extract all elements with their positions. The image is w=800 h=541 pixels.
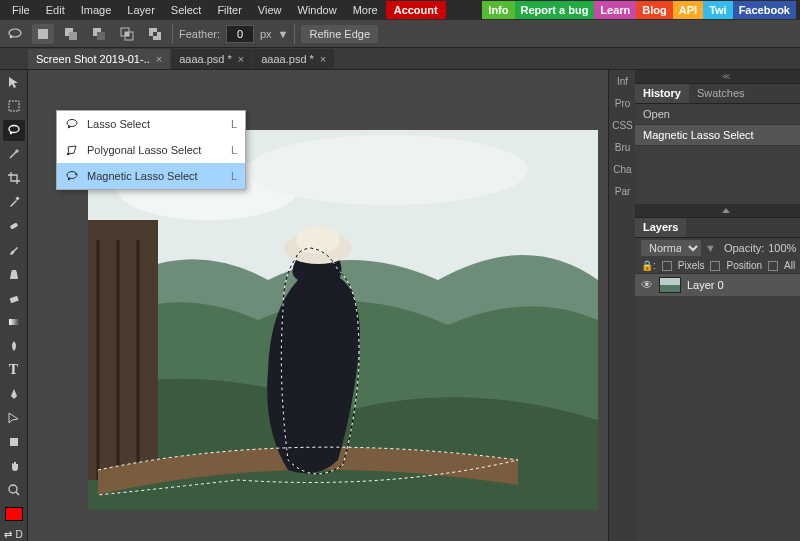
- rtab-brush[interactable]: Bru: [609, 136, 636, 158]
- svg-rect-17: [9, 223, 18, 230]
- text-tool-icon[interactable]: T: [3, 360, 25, 381]
- feather-label: Feather:: [179, 28, 220, 40]
- svg-point-25: [248, 135, 528, 205]
- svg-point-32: [67, 120, 77, 127]
- menu-file[interactable]: File: [4, 1, 38, 19]
- selection-subtract-icon[interactable]: [88, 24, 110, 44]
- foreground-color-swatch[interactable]: [3, 504, 25, 525]
- lock-all-label: All: [784, 260, 795, 271]
- flyout-item-magnetic[interactable]: Magnetic Lasso Select L: [57, 163, 245, 189]
- menu-window[interactable]: Window: [290, 1, 345, 19]
- pill-report-a-bug[interactable]: Report a bug: [515, 1, 595, 19]
- layer-thumbnail[interactable]: [659, 277, 681, 293]
- heal-tool-icon[interactable]: [3, 216, 25, 237]
- flyout-label: Lasso Select: [87, 118, 150, 130]
- menu-filter[interactable]: Filter: [209, 1, 249, 19]
- opacity-value[interactable]: 100%: [768, 242, 796, 254]
- lasso-flyout-menu: Lasso Select L Polygonal Lasso Select L …: [56, 110, 246, 190]
- menu-edit[interactable]: Edit: [38, 1, 73, 19]
- menu-view[interactable]: View: [250, 1, 290, 19]
- hand-tool-icon[interactable]: [3, 456, 25, 477]
- svg-point-14: [9, 126, 19, 133]
- clone-tool-icon[interactable]: [3, 264, 25, 285]
- svg-rect-20: [10, 438, 18, 446]
- rtab-properties[interactable]: Pro: [609, 92, 636, 114]
- refine-edge-button[interactable]: Refine Edge: [301, 25, 378, 43]
- rtab-character[interactable]: Cha: [609, 158, 636, 180]
- svg-point-37: [75, 173, 77, 175]
- menu-account[interactable]: Account: [386, 1, 446, 19]
- flyout-item-lasso[interactable]: Lasso Select L: [57, 111, 245, 137]
- flyout-shortcut: L: [231, 144, 237, 156]
- menu-select[interactable]: Select: [163, 1, 210, 19]
- selection-intersect-icon[interactable]: [116, 24, 138, 44]
- document-tab-0[interactable]: Screen Shot 2019-01-..×: [28, 49, 170, 69]
- rtab-info[interactable]: Inf: [609, 70, 636, 92]
- layer-name[interactable]: Layer 0: [687, 279, 724, 291]
- pen-tool-icon[interactable]: [3, 384, 25, 405]
- swap-colors[interactable]: ⇄ D: [3, 528, 25, 541]
- rtab-paragraph[interactable]: Par: [609, 180, 636, 202]
- close-icon[interactable]: ×: [156, 53, 162, 65]
- crop-tool-icon[interactable]: [3, 168, 25, 189]
- svg-rect-13: [9, 101, 19, 111]
- close-icon[interactable]: ×: [238, 53, 244, 65]
- path-select-tool-icon[interactable]: [3, 408, 25, 429]
- feather-input[interactable]: [226, 25, 254, 43]
- lasso-mode-icon[interactable]: [4, 24, 26, 44]
- lasso-tool-icon[interactable]: [3, 120, 25, 141]
- menu-layer[interactable]: Layer: [119, 1, 163, 19]
- pill-learn[interactable]: Learn: [594, 1, 636, 19]
- lock-position-checkbox[interactable]: [710, 261, 720, 271]
- zoom-tool-icon[interactable]: [3, 480, 25, 501]
- visibility-icon[interactable]: 👁: [641, 278, 653, 292]
- wand-tool-icon[interactable]: [3, 144, 25, 165]
- pill-blog[interactable]: Blog: [636, 1, 672, 19]
- svg-rect-12: [153, 32, 157, 36]
- swatches-tab[interactable]: Swatches: [689, 84, 753, 103]
- opacity-label: Opacity:: [724, 242, 764, 254]
- svg-rect-9: [125, 32, 129, 36]
- menu-image[interactable]: Image: [73, 1, 120, 19]
- rtab-css[interactable]: CSS: [609, 114, 636, 136]
- lock-all-checkbox[interactable]: [768, 261, 778, 271]
- feather-dropdown-icon[interactable]: ▼: [278, 28, 289, 40]
- document-tab-2[interactable]: aaaa.psd *×: [253, 49, 334, 69]
- selection-add-icon[interactable]: [60, 24, 82, 44]
- move-tool-icon[interactable]: [3, 72, 25, 93]
- lock-pixels-checkbox[interactable]: [662, 261, 672, 271]
- flyout-label: Magnetic Lasso Select: [87, 170, 198, 182]
- panel-collapse-toggle[interactable]: ≪: [635, 70, 800, 84]
- layer-row[interactable]: 👁 Layer 0: [635, 274, 800, 296]
- blend-mode-select[interactable]: Normal: [641, 240, 701, 256]
- pill-info[interactable]: Info: [482, 1, 514, 19]
- document-tab-1[interactable]: aaaa.psd *×: [171, 49, 252, 69]
- marquee-tool-icon[interactable]: [3, 96, 25, 117]
- pill-facebook[interactable]: Facebook: [733, 1, 796, 19]
- panel-collapse-toggle[interactable]: [635, 204, 800, 218]
- history-tab[interactable]: History: [635, 84, 689, 103]
- menu-more[interactable]: More: [345, 1, 386, 19]
- left-toolbar: T ⇄ D: [0, 70, 28, 541]
- pill-twi[interactable]: Twi: [703, 1, 733, 19]
- flyout-item-polygonal[interactable]: Polygonal Lasso Select L: [57, 137, 245, 163]
- gradient-tool-icon[interactable]: [3, 312, 25, 333]
- eyedropper-tool-icon[interactable]: [3, 192, 25, 213]
- selection-new-icon[interactable]: [32, 24, 54, 44]
- shape-tool-icon[interactable]: [3, 432, 25, 453]
- svg-rect-6: [97, 32, 105, 40]
- layers-tab[interactable]: Layers: [635, 218, 686, 237]
- svg-rect-4: [69, 32, 77, 40]
- right-docked-tabs: Inf Pro CSS Bru Cha Par: [608, 70, 635, 541]
- tab-label: Screen Shot 2019-01-..: [36, 53, 150, 65]
- history-item[interactable]: Magnetic Lasso Select: [635, 125, 800, 146]
- close-icon[interactable]: ×: [320, 53, 326, 65]
- selection-xor-icon[interactable]: [144, 24, 166, 44]
- brush-tool-icon[interactable]: [3, 240, 25, 261]
- pill-api[interactable]: API: [673, 1, 703, 19]
- eraser-tool-icon[interactable]: [3, 288, 25, 309]
- tab-label: aaaa.psd *: [261, 53, 314, 65]
- canvas-area[interactable]: Lasso Select L Polygonal Lasso Select L …: [28, 70, 608, 541]
- blur-tool-icon[interactable]: [3, 336, 25, 357]
- history-item[interactable]: Open: [635, 104, 800, 125]
